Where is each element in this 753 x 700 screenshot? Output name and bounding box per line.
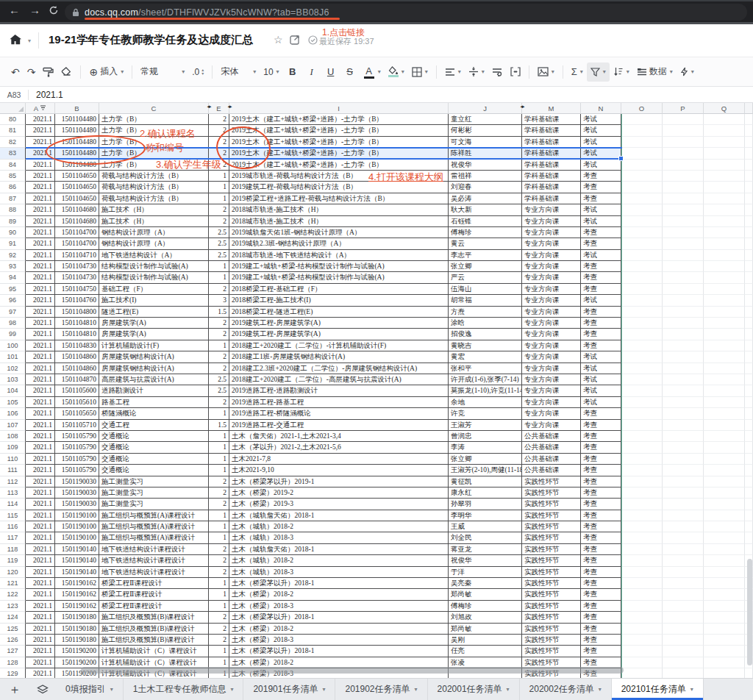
cell-I124[interactable]: 土木（桥梁茅以升）2018-1 [229, 612, 449, 623]
cell-empty[interactable] [663, 340, 704, 351]
cell-empty[interactable] [704, 521, 745, 532]
cell-A122[interactable]: 2021.1 [26, 589, 55, 600]
cell-B120[interactable]: 1501190140 [55, 567, 99, 578]
cell-empty[interactable] [663, 532, 704, 543]
cell-empty[interactable] [745, 284, 753, 295]
cell-B111[interactable]: 1501105790 [55, 465, 99, 476]
horizontal-align-button[interactable]: ▾ [441, 63, 465, 82]
column-filter-icon[interactable] [40, 105, 46, 111]
cell-N127[interactable]: 考查 [581, 646, 621, 657]
cell-empty[interactable] [745, 272, 753, 283]
cell-B125[interactable]: 1501190180 [55, 624, 99, 635]
cell-M104[interactable]: 专业方向课 [522, 385, 581, 396]
cell-I92[interactable]: 2018城市轨道-地下铁道结构设计（A） [229, 250, 449, 261]
cell-C113[interactable]: 施工测量实习 [99, 488, 209, 499]
share-icon[interactable] [290, 35, 301, 45]
cell-empty[interactable] [663, 385, 704, 396]
cell-M81[interactable]: 学科基础课 [522, 125, 581, 136]
cell-N85[interactable]: 考查 [581, 171, 621, 182]
cell-empty[interactable] [663, 216, 704, 227]
cell-M101[interactable]: 专业方向课 [522, 351, 581, 362]
cell-M119[interactable]: 实践性环节 [522, 555, 581, 566]
cell-E84[interactable]: 2 [209, 160, 229, 171]
cell-E80[interactable]: 2 [209, 114, 229, 125]
cell-N124[interactable]: 考查 [581, 612, 621, 623]
cell-empty[interactable] [704, 238, 745, 249]
insert-image-button[interactable]: ▾ [534, 63, 558, 82]
cell-B89[interactable]: 1501104680 [55, 216, 99, 227]
cell-N86[interactable]: 考查 [581, 182, 621, 193]
cell-empty[interactable] [663, 589, 704, 600]
cell-empty[interactable] [621, 488, 663, 499]
cell-empty[interactable] [704, 329, 745, 340]
cell-J105[interactable]: 余地 [449, 397, 522, 408]
sheet-tab-202101任务清单[interactable]: 202101任务清单▾ [612, 679, 704, 700]
cell-J92[interactable]: 李志平 [449, 250, 522, 261]
cell-N89[interactable]: 考试 [581, 216, 621, 227]
cell-empty[interactable] [704, 137, 745, 148]
cell-J111[interactable]: 王淑芳(2-10),周健(11-18) [449, 465, 522, 476]
cell-J97[interactable]: 方焘 [449, 307, 522, 318]
cell-empty[interactable] [663, 624, 704, 635]
sheet-tab-caret-icon[interactable]: ▾ [230, 686, 233, 693]
cell-E108[interactable]: 1 [209, 431, 229, 442]
cell-C84[interactable]: 土力学（B） [99, 160, 209, 171]
cell-A83[interactable]: 2021.1 [26, 148, 55, 159]
cell-A93[interactable]: 2021.1 [26, 261, 55, 272]
cell-A99[interactable]: 2021.1 [26, 329, 55, 340]
cell-B87[interactable]: 1501104650 [55, 193, 99, 204]
refresh-icon[interactable] [49, 5, 59, 15]
row-number[interactable]: 82 [0, 137, 26, 148]
cell-A116[interactable]: 2021.1 [26, 521, 55, 532]
cell-empty[interactable] [621, 238, 663, 249]
cell-J120[interactable]: 于洋 [449, 567, 522, 578]
cell-E116[interactable]: 1 [209, 521, 229, 532]
cell-empty[interactable] [621, 160, 663, 171]
cell-A88[interactable]: 2021.1 [26, 204, 55, 215]
cell-I80[interactable]: 2019土木（建工+城轨+桥梁+道路）-土力学（B） [229, 114, 449, 125]
cell-B122[interactable]: 1501190162 [55, 589, 99, 600]
cell-N84[interactable]: 考试 [581, 160, 621, 171]
cell-empty[interactable] [663, 114, 704, 125]
cell-I125[interactable]: 土木（桥梁）2018-2 [229, 624, 449, 635]
cell-B121[interactable]: 1501190162 [55, 578, 99, 589]
cell-empty[interactable] [704, 307, 745, 318]
cell-empty[interactable] [745, 374, 753, 385]
cell-I119[interactable]: 土木（城轨）2018-2 [229, 555, 449, 566]
row-number[interactable]: 95 [0, 284, 26, 295]
cell-M121[interactable]: 实践性环节 [522, 578, 581, 589]
data-menu-button[interactable]: 数据▾ [633, 63, 677, 82]
cell-M116[interactable]: 实践性环节 [522, 521, 581, 532]
cell-empty[interactable] [621, 329, 663, 340]
cell-M95[interactable]: 专业方向课 [522, 284, 581, 295]
cell-M126[interactable]: 实践性环节 [522, 635, 581, 646]
cell-E118[interactable]: 2 [209, 544, 229, 555]
cell-N82[interactable]: 考试 [581, 137, 621, 148]
cell-empty[interactable] [704, 476, 745, 488]
cell-N108[interactable]: 考查 [581, 431, 621, 442]
cell-I117[interactable]: 土木（城轨）2018-3 [229, 532, 449, 543]
row-number[interactable]: 90 [0, 227, 26, 238]
select-all-corner[interactable] [0, 103, 26, 114]
cell-I123[interactable]: 土木（桥梁）2018-3 [229, 601, 449, 612]
cell-J81[interactable]: 何彬彬 [449, 125, 522, 136]
cell-empty[interactable] [621, 385, 663, 396]
cell-empty[interactable] [663, 295, 704, 306]
cell-empty[interactable] [745, 318, 753, 329]
cell-N90[interactable]: 考查 [581, 227, 621, 238]
cell-M125[interactable]: 实践性环节 [522, 624, 581, 635]
cell-M123[interactable]: 实践性环节 [522, 601, 581, 612]
cell-B84[interactable]: 1501104480 [55, 160, 99, 171]
cell-M84[interactable]: 学科基础课 [522, 160, 581, 171]
sheet-tab-201901任务清单[interactable]: 201901任务清单▾ [243, 679, 335, 700]
cell-empty[interactable] [704, 125, 745, 136]
cell-empty[interactable] [704, 646, 745, 657]
cell-B123[interactable]: 1501190162 [55, 601, 99, 612]
cell-empty[interactable] [745, 340, 753, 351]
cell-J113[interactable]: 康永红 [449, 488, 522, 499]
column-header-I[interactable]: I [229, 103, 449, 114]
cell-B110[interactable]: 1501105790 [55, 454, 99, 465]
cell-A80[interactable]: 2021.1 [26, 114, 55, 125]
cell-E97[interactable]: 1.5 [209, 307, 229, 318]
cell-E81[interactable]: 2 [209, 125, 229, 136]
